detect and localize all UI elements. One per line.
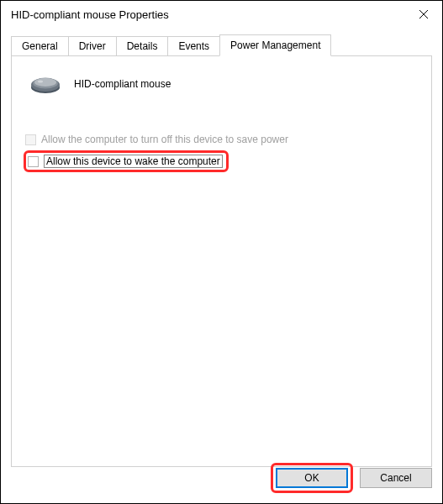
- tab-strip: General Driver Details Events Power Mana…: [11, 34, 432, 55]
- device-header: HID-compliant mouse: [29, 73, 418, 95]
- tab-details[interactable]: Details: [116, 36, 169, 55]
- cancel-button[interactable]: Cancel: [360, 468, 432, 488]
- tab-driver[interactable]: Driver: [68, 36, 117, 55]
- svg-point-6: [38, 81, 43, 83]
- checkbox-allow-turn-off: [25, 134, 36, 145]
- ok-button[interactable]: OK: [276, 468, 348, 488]
- window-title: HID-compliant mouse Properties: [11, 8, 169, 21]
- highlight-ok: OK: [271, 463, 353, 493]
- label-allow-wake[interactable]: Allow this device to wake the computer: [44, 155, 223, 168]
- tab-power-management[interactable]: Power Management: [219, 34, 331, 56]
- close-button[interactable]: [404, 1, 442, 28]
- label-allow-turn-off: Allow the computer to turn off this devi…: [41, 134, 288, 145]
- title-bar: HID-compliant mouse Properties: [1, 1, 442, 28]
- tab-events[interactable]: Events: [167, 36, 220, 55]
- highlight-allow-wake: Allow this device to wake the computer: [24, 150, 229, 172]
- option-allow-wake-row: Allow this device to wake the computer: [25, 150, 418, 172]
- tab-panel-power-management: HID-compliant mouse Allow the computer t…: [11, 55, 432, 467]
- mouse-icon: [29, 73, 62, 95]
- checkbox-allow-wake[interactable]: [28, 156, 39, 167]
- close-icon: [419, 10, 428, 18]
- power-options: Allow the computer to turn off this devi…: [25, 134, 418, 172]
- dialog-buttons: OK Cancel: [271, 463, 432, 493]
- svg-point-5: [34, 78, 56, 87]
- tab-general[interactable]: General: [11, 36, 69, 55]
- device-name-label: HID-compliant mouse: [74, 78, 171, 90]
- option-allow-turn-off: Allow the computer to turn off this devi…: [25, 134, 418, 145]
